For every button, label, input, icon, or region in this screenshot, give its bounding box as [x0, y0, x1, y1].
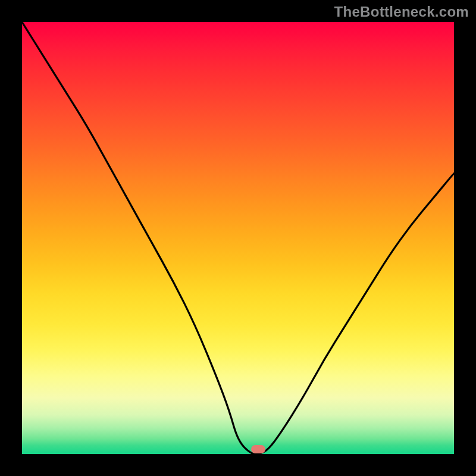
curve-path: [22, 22, 454, 454]
bottleneck-curve: [22, 22, 454, 454]
minimum-marker: [251, 445, 265, 453]
plot-area: [22, 22, 454, 454]
chart-frame: TheBottleneck.com: [0, 0, 476, 476]
attribution-text: TheBottleneck.com: [334, 4, 469, 20]
